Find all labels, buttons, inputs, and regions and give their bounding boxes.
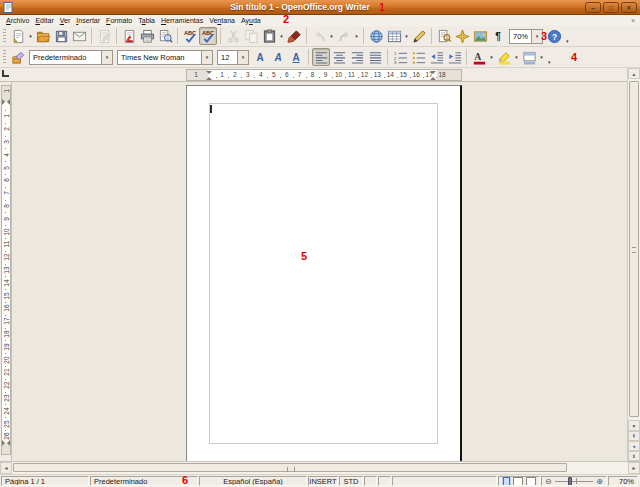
- font-size-combo[interactable]: 12▾: [217, 50, 249, 65]
- find-replace-button[interactable]: [435, 27, 453, 45]
- document-page[interactable]: [186, 85, 462, 461]
- menu-item-tabla[interactable]: Tabla: [135, 17, 158, 24]
- menu-item-ayuda[interactable]: Ayuda: [238, 17, 264, 24]
- scroll-down-icon[interactable]: ▾: [628, 420, 640, 431]
- format-paintbrush-button[interactable]: [285, 27, 303, 45]
- email-document-button[interactable]: [70, 27, 88, 45]
- paragraph-style-combo[interactable]: Predeterminado▾: [29, 50, 113, 65]
- nonprinting-characters-button[interactable]: ¶: [489, 27, 507, 45]
- vertical-scroll-thumb[interactable]: [629, 81, 639, 417]
- italic-button[interactable]: A: [269, 48, 287, 66]
- zoom-combo[interactable]: 70%▾: [509, 29, 543, 44]
- statusbar-zoom-percent[interactable]: 70%: [608, 476, 638, 486]
- statusbar-selection-mode[interactable]: STD: [339, 476, 363, 486]
- new-document-button[interactable]: [9, 27, 27, 45]
- paste-button[interactable]: [260, 27, 278, 45]
- zoom-slider[interactable]: [555, 477, 594, 486]
- highlighting-button[interactable]: [495, 48, 513, 66]
- scroll-up-icon[interactable]: ▴: [628, 68, 640, 79]
- help-button[interactable]: [545, 27, 563, 45]
- menu-item-ventana[interactable]: Ventana: [206, 17, 238, 24]
- layout-book-button[interactable]: [526, 477, 536, 486]
- menu-item-editar[interactable]: Editar: [32, 17, 56, 24]
- spellcheck-button[interactable]: [181, 27, 199, 45]
- bullet-list-button[interactable]: [409, 48, 427, 66]
- font-name-combo[interactable]: Times New Roman▾: [117, 50, 213, 65]
- save-button[interactable]: [52, 27, 70, 45]
- underline-button[interactable]: A: [287, 48, 305, 66]
- open-button[interactable]: [34, 27, 52, 45]
- auto-spellcheck-button[interactable]: [199, 27, 217, 45]
- background-color-dropdown-icon[interactable]: ▾: [538, 54, 545, 60]
- align-left-button[interactable]: [312, 48, 330, 66]
- statusbar-language[interactable]: Español (España): [199, 476, 307, 486]
- gallery-button[interactable]: [471, 27, 489, 45]
- statusbar-page-number[interactable]: Página 1 / 1: [1, 476, 89, 486]
- menu-item-ver[interactable]: Ver: [57, 17, 74, 24]
- statusbar-insert-mode[interactable]: INSERT: [308, 476, 338, 486]
- page-preview-button[interactable]: [156, 27, 174, 45]
- previous-page-icon[interactable]: ⇞: [628, 431, 640, 441]
- document-area[interactable]: [12, 82, 640, 461]
- highlighting-dropdown-icon[interactable]: ▾: [513, 54, 520, 60]
- scroll-left-icon[interactable]: ◂: [0, 462, 12, 474]
- export-pdf-button[interactable]: [120, 27, 138, 45]
- menu-item-archivo[interactable]: Archivo: [3, 17, 32, 24]
- bold-button[interactable]: A: [251, 48, 269, 66]
- new-document-dropdown-icon[interactable]: ▾: [27, 33, 34, 39]
- align-center-button[interactable]: [330, 48, 348, 66]
- decrease-indent-button[interactable]: [427, 48, 445, 66]
- horizontal-scroll-thumb[interactable]: [13, 463, 567, 472]
- tab-type-selector-icon[interactable]: [0, 68, 12, 81]
- font-color-button[interactable]: [470, 48, 488, 66]
- scroll-right-icon[interactable]: ▸: [628, 462, 640, 474]
- undo-dropdown-icon[interactable]: ▾: [328, 33, 335, 39]
- menu-item-insertar[interactable]: Insertar: [73, 17, 103, 24]
- toolbar-grip-icon[interactable]: [3, 29, 6, 43]
- print-button[interactable]: [138, 27, 156, 45]
- next-page-icon[interactable]: ⇟: [628, 451, 640, 461]
- zoom-in-icon[interactable]: ⊕: [596, 477, 603, 486]
- insert-table-button[interactable]: [385, 27, 403, 45]
- horizontal-scrollbar[interactable]: ◂ ▸: [0, 461, 640, 474]
- font-name-dropdown-icon[interactable]: ▾: [201, 51, 212, 64]
- layout-single-page-button[interactable]: [503, 477, 510, 486]
- left-indent-marker[interactable]: [206, 71, 213, 80]
- toolbar-options-icon[interactable]: ▾: [548, 59, 551, 65]
- redo-dropdown-icon[interactable]: ▾: [353, 33, 360, 39]
- menu-item-formato[interactable]: Formato: [103, 17, 135, 24]
- numbered-list-button[interactable]: [391, 48, 409, 66]
- increase-indent-button[interactable]: [445, 48, 463, 66]
- close-document-icon[interactable]: ×: [631, 17, 637, 24]
- right-indent-marker[interactable]: [430, 71, 437, 80]
- navigator-button[interactable]: [453, 27, 471, 45]
- vertical-scroll-track[interactable]: [628, 79, 640, 420]
- paste-dropdown-icon[interactable]: ▾: [278, 33, 285, 39]
- styles-and-formatting-button[interactable]: [9, 48, 27, 66]
- top-margin-marker[interactable]: [2, 99, 10, 106]
- hyperlink-button[interactable]: [367, 27, 385, 45]
- layout-multiple-pages-button[interactable]: [513, 477, 523, 486]
- vertical-ruler[interactable]: 1123456789101112131415161718192021222324…: [0, 82, 12, 461]
- horizontal-ruler[interactable]: 1123456789101112131415161718: [0, 68, 640, 82]
- zoom-out-icon[interactable]: ⊖: [545, 477, 552, 486]
- background-color-button[interactable]: [520, 48, 538, 66]
- font-size-dropdown-icon[interactable]: ▾: [237, 51, 248, 64]
- maximize-button[interactable]: □: [603, 2, 619, 13]
- zoom-slider-thumb[interactable]: [568, 477, 572, 486]
- menu-item-herramientas[interactable]: Herramientas: [158, 17, 206, 24]
- vertical-scrollbar[interactable]: ▴ ▾ ⇞ ● ⇟: [627, 68, 640, 461]
- paragraph-style-dropdown-icon[interactable]: ▾: [101, 51, 112, 64]
- navigation-icon[interactable]: ●: [628, 441, 640, 451]
- toolbar-grip-icon[interactable]: [3, 50, 6, 64]
- close-button[interactable]: ×: [621, 2, 637, 13]
- horizontal-scroll-track[interactable]: [12, 462, 628, 474]
- align-right-button[interactable]: [348, 48, 366, 66]
- minimize-button[interactable]: –: [585, 2, 601, 13]
- draw-functions-button[interactable]: [410, 27, 428, 45]
- bottom-margin-marker[interactable]: [2, 440, 10, 447]
- toolbar-options-icon[interactable]: ▾: [566, 38, 569, 44]
- font-color-dropdown-icon[interactable]: ▾: [488, 54, 495, 60]
- justify-button[interactable]: [366, 48, 384, 66]
- insert-table-dropdown-icon[interactable]: ▾: [403, 33, 410, 39]
